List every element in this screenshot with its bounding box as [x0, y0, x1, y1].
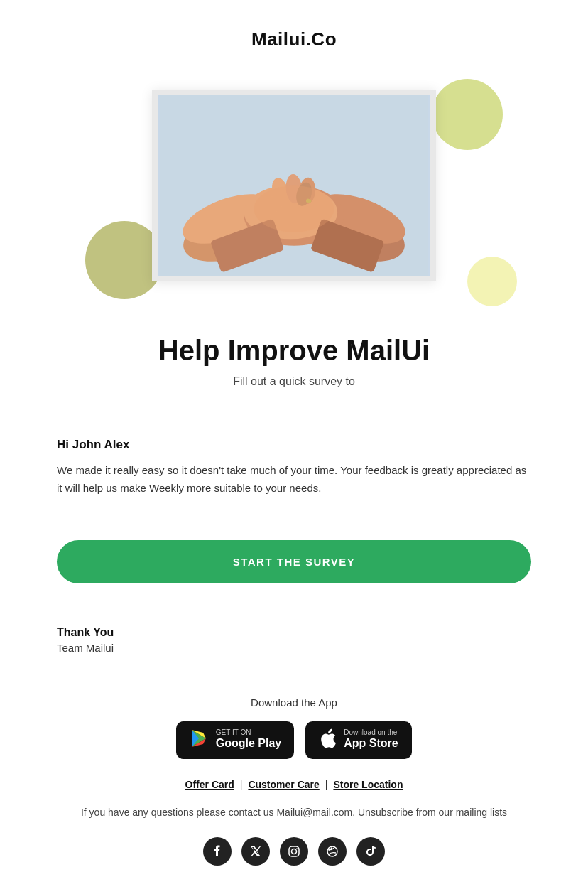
decorative-circle-top-right	[432, 79, 503, 150]
svg-point-21	[292, 849, 297, 854]
separator-2: |	[325, 779, 328, 790]
email-header: Mailui.Co	[0, 0, 588, 65]
social-icons	[43, 837, 545, 866]
logo: Mailui.Co	[14, 28, 574, 50]
svg-point-22	[296, 848, 298, 849]
app-store-button[interactable]: Download on the App Store	[305, 721, 412, 759]
app-buttons: GET IT ON Google Play Download on the Ap…	[43, 721, 545, 759]
footer: Download the App GET IT ON Google Play	[0, 668, 588, 878]
offer-card-link[interactable]: Offer Card	[185, 779, 234, 790]
app-store-text: Download on the App Store	[344, 729, 398, 750]
hero-image-frame	[152, 90, 436, 281]
main-subtitle: Fill out a quick survey to	[57, 375, 531, 388]
twitter-icon[interactable]	[241, 837, 270, 866]
start-survey-button[interactable]: START THE SURVEY	[57, 540, 531, 583]
svg-rect-20	[289, 846, 299, 856]
google-play-big-text: Google Play	[216, 736, 281, 750]
thankyou-section: Thank You Team Mailui	[0, 605, 588, 668]
body-section: Hi John Alex We made it really easy so i…	[0, 438, 588, 540]
download-label: Download the App	[43, 696, 545, 709]
customer-care-link[interactable]: Customer Care	[248, 779, 319, 790]
app-store-small-text: Download on the	[344, 729, 397, 736]
google-play-button[interactable]: GET IT ON Google Play	[176, 721, 294, 759]
greeting: Hi John Alex	[57, 438, 531, 452]
dribbble-icon[interactable]	[318, 837, 347, 866]
apple-icon	[318, 728, 337, 751]
app-store-big-text: App Store	[344, 736, 398, 750]
decorative-circle-bottom-right	[467, 257, 517, 306]
hero-section	[0, 65, 588, 306]
google-play-icon	[189, 728, 209, 752]
footer-contact: If you have any questions please contact…	[43, 805, 545, 820]
thankyou-team: Team Mailui	[57, 642, 531, 654]
google-play-small-text: GET IT ON	[216, 729, 251, 736]
main-title: Help Improve MailUi	[57, 335, 531, 367]
svg-point-23	[327, 846, 337, 856]
tiktok-icon[interactable]	[356, 837, 385, 866]
google-play-text: GET IT ON Google Play	[216, 729, 281, 750]
cta-section: START THE SURVEY	[0, 540, 588, 605]
footer-links: Offer Card | Customer Care | Store Locat…	[43, 779, 545, 790]
contact-text: If you have any questions please contact…	[81, 807, 507, 818]
separator-1: |	[240, 779, 243, 790]
hero-image	[158, 95, 430, 276]
store-location-link[interactable]: Store Location	[333, 779, 403, 790]
instagram-icon[interactable]	[280, 837, 308, 866]
main-content: Help Improve MailUi Fill out a quick sur…	[0, 321, 588, 438]
facebook-icon[interactable]	[203, 837, 232, 866]
svg-point-15	[254, 185, 334, 232]
thankyou-title: Thank You	[57, 626, 531, 639]
body-paragraph: We made it really easy so it doesn't tak…	[57, 462, 531, 497]
